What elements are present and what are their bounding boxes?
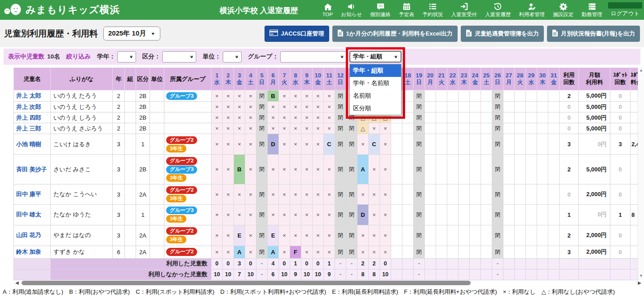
footer-count-cell: 2 [357,258,369,269]
day-cell [425,90,436,102]
horizontal-scroll-thumb[interactable] [22,281,471,285]
day-cell: × [212,204,223,225]
day-cell: × [245,90,256,102]
class-cell [125,155,136,184]
child-name-link[interactable]: 山田 花乃 [16,232,41,238]
horizontal-scrollbar[interactable]: ◀ ▶ [0,280,644,286]
child-name-link[interactable]: 井上 四郎 [16,114,41,121]
nav-item-入退室受付[interactable]: 入退室受付 [447,0,481,20]
day-header: 23木 [459,68,470,90]
day-cell: × [313,225,324,246]
class-filter-select[interactable]: ∨ [162,51,196,63]
child-row: 井上 次郎いのうえ じろう22B××××閉××××××閉閉×××閉閉05,000… [14,102,639,112]
day-cell [481,184,492,204]
child-name-link[interactable]: 斉田 美沙子 [16,166,47,173]
nav-item-TOP[interactable]: TOP [318,0,337,20]
nav-item-利用者管理[interactable]: 利用者管理 [515,0,549,20]
export-excel-button[interactable]: 1か月分の利用履歴・利用料をExcel出力 [332,26,458,42]
day-cell: 閉 [256,246,268,258]
chevron-down-icon: ∨ [190,54,194,59]
document-icon [337,30,343,38]
jaccs-account-button[interactable]: JACCS口座管理 [265,26,329,42]
footer-count-cell: - [414,258,425,269]
grade-filter-select[interactable]: ∨ [117,51,136,63]
sort-option[interactable]: 学年・名前順 [350,77,401,90]
day-cell: D [268,134,279,155]
spot-fee-cell [631,112,639,123]
day-cell: × [324,184,335,204]
day-cell [503,112,515,123]
card-icon [269,30,278,37]
vertical-scrollbar[interactable]: ▲ ▼ [638,67,644,279]
nav-item-施設設定[interactable]: 施設設定 [549,0,578,20]
day-cell: × [223,225,234,246]
group-filter-label: グループ： [248,53,278,61]
nav-item-予約状況[interactable]: 予約状況 [419,0,447,20]
unit-filter-select[interactable]: ∨ [223,51,242,63]
app-logo[interactable]: みまもりキッズ横浜 [4,0,120,20]
day-cell: 閉 [335,134,346,155]
group-filter-select[interactable]: ∨ [280,51,347,63]
child-name-link[interactable]: 小池 晴樹 [16,141,41,148]
nav-item-予定表[interactable]: 予定表 [395,0,419,20]
group-badge: グループ3 [166,92,197,100]
footer-spacer [14,269,51,280]
child-name-link[interactable]: 鈴木 加奈 [16,248,41,255]
day-cell [526,155,537,184]
refine-link[interactable]: 絞り込み [66,53,91,61]
status-legend: A：利用(追加請求なし) B：利用(おやつ代請求) C：利用(スポット利用料請求… [3,288,615,296]
class-cell [125,123,136,134]
spot-count-cell: 0 [610,246,631,258]
scroll-up-icon[interactable]: ▲ [639,68,643,72]
nav-item-個別連絡[interactable]: 個別連絡 [366,0,395,20]
usage-count-cell: 0 [560,123,579,134]
day-cell [447,225,459,246]
day-cell: × [313,112,324,123]
child-kana-cell: たなか ゆうた [51,204,113,225]
footer-count-cell [391,269,402,280]
footer-count-cell: 10 [279,269,290,280]
monthly-fee-cell: 5,000円 [579,155,610,184]
day-cell: × [212,184,223,204]
page-title: 児童別利用履歴・利用料 [4,28,98,40]
day-cell: E [268,225,279,246]
scroll-down-icon[interactable]: ▼ [639,274,643,278]
nav-item-勤務管理[interactable]: 勤務管理 [578,0,606,20]
export-care-ledger-button[interactable]: 児童処遇費管理簿を出力 [461,26,544,42]
sort-option[interactable]: 学年・組順 [350,64,401,77]
day-cell [436,225,447,246]
footer-count-cell [425,269,436,280]
day-cell: × [245,155,256,184]
child-kana-cell: いのうえ じろう [51,102,113,112]
day-cell: × [234,184,245,204]
sort-select[interactable]: 学年・組順 ∨ [349,51,401,63]
day-header: 26日 [492,68,503,90]
child-name-link[interactable]: 井上 次郎 [16,103,41,110]
child-name-link[interactable]: 井上 三郎 [16,125,41,132]
monthly-fee-cell: 5,000円 [579,102,610,112]
sort-option[interactable]: 区分順 [350,102,401,115]
child-name-link[interactable]: 田中 雄太 [16,211,41,218]
monthly-fee-cell: 2,000円 [579,246,610,258]
day-cell: × [279,102,290,112]
nav-item-お知らせ[interactable]: お知らせ [337,0,366,20]
sort-option[interactable]: 名前順 [350,90,401,102]
logout-button[interactable]: ログアウト [607,0,643,20]
child-name-link[interactable]: 井上 太郎 [16,92,41,99]
nav-item-入退室履歴[interactable]: 入退室履歴 [481,0,515,20]
export-monthly-report-button[interactable]: 月別状況報告書(月報)を出力 [547,26,640,42]
day-cell [526,246,537,258]
child-name-link[interactable]: 田中 康平 [16,191,41,197]
day-cell [481,204,492,225]
footer-count-cell: - [346,258,357,269]
day-cell: × [223,204,234,225]
scroll-left-icon[interactable]: ◀ [15,281,19,285]
scroll-right-icon[interactable]: ▶ [638,281,641,285]
month-select[interactable]: 2025年 10月 ▼ [103,27,160,40]
class-cell [125,184,136,204]
day-cell: 閉 [414,225,425,246]
spot-count-cell: 0 [610,90,631,102]
filter-bar: 表示中児童数 10名 絞り込み 学年： ∨ 区分： ∨ 単位： ∨ グループ： … [4,49,640,65]
day-cell: × [380,184,391,204]
footer-count-cell [402,269,414,280]
